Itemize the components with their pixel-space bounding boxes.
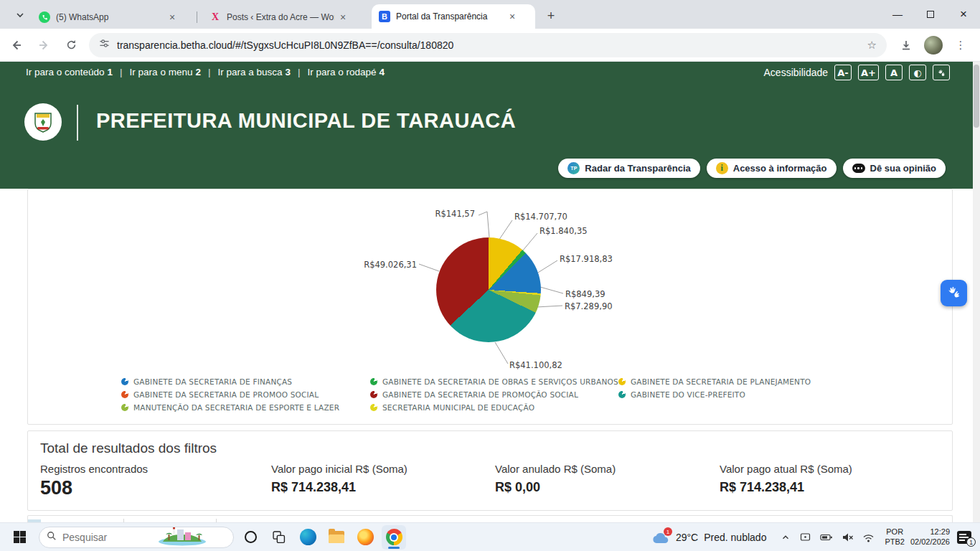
de-sua-opiniao-button[interactable]: Dê sua opinião bbox=[843, 159, 946, 178]
volume-muted-icon[interactable] bbox=[842, 532, 854, 543]
notification-count-badge: 1 bbox=[966, 537, 976, 547]
pie-slice-label: R$1.840,35 bbox=[540, 226, 588, 236]
url-text[interactable]: transparencia.betha.cloud/#/tSygxsUcHcuP… bbox=[117, 39, 867, 51]
legend-item[interactable]: GABINETE DA SECRETARIA DE FINANÇAS bbox=[121, 377, 370, 386]
legend-pie-icon bbox=[121, 391, 128, 398]
start-button[interactable] bbox=[10, 528, 29, 547]
separator: | bbox=[298, 67, 301, 77]
chrome-icon[interactable] bbox=[382, 525, 406, 550]
separator: | bbox=[208, 67, 211, 77]
legend-item[interactable]: GABINETE DA SECRETARIA DE PROMOÇÃO SOCIA… bbox=[370, 390, 618, 399]
pie-slice-label: R$17.918,83 bbox=[560, 254, 613, 264]
legend-item[interactable]: GABINETE DA SECRETARIA DE PROMOO SOCIAL bbox=[121, 390, 370, 399]
cortana-icon[interactable] bbox=[238, 525, 263, 550]
tab-wordpress[interactable]: X Posts ‹ Extra do Acre — WordPr × bbox=[202, 6, 362, 29]
skip-link-rodape[interactable]: Ir para o rodapé4 bbox=[308, 67, 385, 77]
separator: | bbox=[120, 67, 123, 77]
valor-pago-inicial-label: Valor pago inicial R$ (Soma) bbox=[271, 463, 407, 475]
url-bar[interactable]: transparencia.betha.cloud/#/tSygxsUcHcuP… bbox=[89, 33, 887, 57]
tab-portal-transparencia[interactable]: B Portal da Transparência × bbox=[372, 4, 535, 29]
site-settings-icon[interactable] bbox=[99, 38, 110, 52]
header-actions: TP Radar da Transparência i Acesso à inf… bbox=[558, 159, 946, 178]
close-button[interactable]: × bbox=[947, 0, 980, 29]
acesso-informacao-button[interactable]: i Acesso à informação bbox=[707, 159, 837, 178]
tab-title: (5) WhatsApp bbox=[56, 12, 164, 22]
pie-slice-label: R$49.026,31 bbox=[358, 260, 417, 270]
profile-avatar[interactable] bbox=[923, 34, 944, 56]
browser-toolbar: transparencia.betha.cloud/#/tSygxsUcHcuP… bbox=[0, 29, 980, 62]
system-tray: 1 29°C Pred. nublado POR PTB2 12:29 02/0… bbox=[651, 523, 980, 551]
weather-desc: Pred. nublado bbox=[704, 532, 766, 543]
bookmark-star-icon[interactable]: ☆ bbox=[867, 39, 877, 52]
legend-pie-icon bbox=[370, 404, 377, 411]
tray-expand-chevron-icon[interactable] bbox=[781, 532, 791, 542]
header-divider bbox=[77, 105, 78, 141]
taskbar-search[interactable] bbox=[39, 527, 234, 548]
radar-transparencia-button[interactable]: TP Radar da Transparência bbox=[558, 159, 699, 178]
cast-display-icon[interactable] bbox=[799, 532, 811, 543]
downloads-icon[interactable] bbox=[895, 34, 917, 56]
tab-title: Portal da Transparência bbox=[396, 11, 504, 22]
municipality-logo bbox=[24, 103, 62, 141]
language-indicator[interactable]: POR PTB2 bbox=[885, 527, 905, 547]
task-view-icon[interactable] bbox=[267, 525, 291, 550]
browser-menu-icon[interactable]: ⋮ bbox=[950, 34, 971, 56]
page-title: PREFEITURA MUNICIPAL DE TARAUACÁ bbox=[96, 109, 516, 133]
skip-link-busca[interactable]: Ir para a busca3 bbox=[217, 67, 291, 77]
weather-widget[interactable]: 1 29°C Pred. nublado bbox=[651, 530, 766, 545]
taskbar-clock[interactable]: 12:29 02/02/2026 bbox=[910, 527, 950, 547]
legend-item[interactable]: MANUTENÇÃO DA SECRETARIA DE ESPORTE E LA… bbox=[121, 403, 370, 412]
legend-item[interactable]: GABINETE DO VICE-PREFEITO bbox=[618, 390, 946, 399]
pie-slice-label: R$849,39 bbox=[565, 289, 606, 299]
tab-title: Posts ‹ Extra do Acre — WordPr bbox=[227, 12, 334, 22]
valor-anulado-label: Valor anulado R$ (Soma) bbox=[495, 463, 616, 475]
speech-bubble-icon bbox=[852, 164, 865, 173]
font-decrease-button[interactable]: A- bbox=[834, 65, 852, 80]
wifi-icon[interactable] bbox=[862, 532, 875, 543]
edge-icon[interactable] bbox=[296, 525, 320, 550]
skip-link-conteudo[interactable]: Ir para o conteúdo1 bbox=[26, 67, 113, 77]
legend-item[interactable]: GABINETE DA SECRETARIA DE PLANEJAMENTO bbox=[618, 377, 946, 386]
minimize-button[interactable]: — bbox=[881, 0, 914, 29]
window-controls: — × bbox=[881, 0, 980, 29]
tab-separator bbox=[197, 11, 197, 23]
search-input[interactable] bbox=[62, 532, 156, 543]
records-found-value: 508 bbox=[40, 477, 148, 499]
page-content: Ir para o conteúdo1 | Ir para o menu2 | … bbox=[0, 62, 973, 522]
skip-link-menu[interactable]: Ir para o menu2 bbox=[130, 67, 201, 77]
scrollbar-thumb[interactable] bbox=[974, 65, 979, 128]
tab-whatsapp[interactable]: (5) WhatsApp × bbox=[32, 6, 191, 29]
libras-button[interactable] bbox=[933, 65, 950, 80]
search-highlight-image[interactable] bbox=[156, 527, 209, 548]
chart-legend: GABINETE DA SECRETARIA DE FINANÇASGABINE… bbox=[121, 377, 946, 412]
legend-item[interactable]: SECRETARIA MUNICIPAL DE EDUCAÇÃO bbox=[370, 403, 618, 412]
back-button[interactable] bbox=[6, 34, 27, 56]
contrast-button[interactable]: ◐ bbox=[909, 65, 926, 80]
accessibility-label: Acessibilidade bbox=[764, 67, 829, 78]
vlibras-button[interactable] bbox=[941, 280, 967, 306]
legend-item[interactable]: GABINETE DA SECRETARIA DE OBRAS E SERVIÇ… bbox=[370, 377, 618, 386]
valor-pago-inicial-value: R$ 714.238,41 bbox=[271, 480, 407, 495]
pie-slice-label: R$41.100,82 bbox=[509, 360, 562, 370]
weather-badge: 1 bbox=[664, 527, 672, 536]
whatsapp-icon bbox=[39, 11, 50, 23]
betha-icon: B bbox=[379, 11, 390, 22]
page-scrollbar[interactable] bbox=[973, 62, 980, 522]
font-increase-button[interactable]: A+ bbox=[858, 65, 879, 80]
file-explorer-icon[interactable] bbox=[324, 525, 349, 550]
new-tab-button[interactable]: + bbox=[542, 7, 560, 24]
tab-close-icon[interactable]: × bbox=[169, 12, 175, 22]
tab-close-icon[interactable]: × bbox=[340, 12, 346, 22]
pie-slice-label: R$141,57 bbox=[413, 209, 475, 219]
tab-close-icon[interactable]: × bbox=[509, 11, 515, 22]
next-panel-clipped bbox=[27, 515, 953, 522]
font-normal-button[interactable]: A bbox=[885, 65, 903, 80]
notification-center-icon[interactable]: 1 bbox=[957, 531, 971, 544]
tab-search-chevron-icon[interactable] bbox=[11, 6, 29, 24]
firefox-icon[interactable] bbox=[353, 525, 377, 550]
battery-icon[interactable] bbox=[820, 532, 833, 543]
reload-button[interactable] bbox=[60, 34, 82, 56]
forward-button[interactable] bbox=[33, 34, 55, 56]
pie-chart[interactable] bbox=[436, 237, 541, 342]
maximize-button[interactable] bbox=[914, 0, 947, 29]
